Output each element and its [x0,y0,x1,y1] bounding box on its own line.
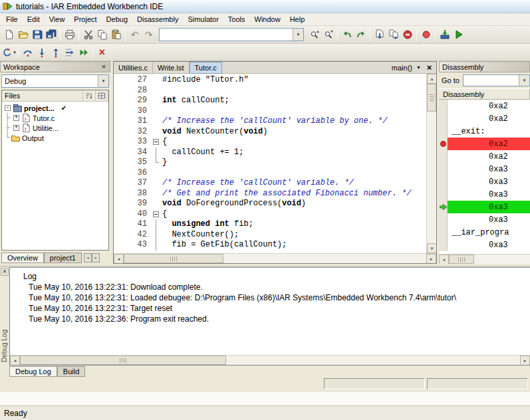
menu-item-edit[interactable]: Edit [23,14,45,25]
disassembly-caption[interactable]: Disassembly [439,61,530,72]
files-columns-button[interactable] [96,90,108,101]
disassembly-gutter[interactable] [439,175,448,188]
debug-without-downloading-button[interactable] [452,27,465,42]
code-line[interactable]: 33{ [114,137,426,148]
fold-marker[interactable] [152,137,161,148]
tree-expander[interactable]: + [13,115,19,121]
code-line[interactable]: 27#include "Tutor.h" [114,75,426,86]
stop-build-button[interactable] [400,27,414,42]
step-over-button[interactable] [21,45,35,60]
workspace-config-selector[interactable]: Debug ▾ [1,74,109,88]
goto-dropdown-button[interactable]: ▾ [519,75,529,86]
editor-vertical-scrollbar[interactable]: ▴ ▾ [426,74,436,253]
scroll-track[interactable] [223,254,426,263]
open-folder-button[interactable] [16,27,30,42]
fold-collapse-icon[interactable] [153,211,159,217]
navigate-forward-button[interactable] [354,27,368,42]
scroll-thumb[interactable] [427,84,436,112]
search-combobox-dropdown-button[interactable]: ▾ [293,29,303,41]
disassembly-row[interactable]: 0xa3 [439,175,530,188]
scroll-right-button[interactable]: ▸ [426,254,436,264]
scroll-thumb[interactable] [449,255,474,264]
tree-item-project[interactable]: -project...✔ [2,103,108,113]
code-line[interactable]: 30 [114,106,426,117]
code-line[interactable]: 38/* Get and print the associated Fibona… [114,189,426,199]
disassembly-column-header[interactable]: Disassembly [439,88,530,100]
workspace-close-button[interactable]: × [99,62,108,71]
disassembly-row[interactable]: 0xa3 [439,201,530,213]
editor-close-button[interactable]: × [425,63,434,72]
new-document-button[interactable] [2,27,16,42]
menu-item-help[interactable]: Help [285,14,310,25]
disassembly-gutter[interactable] [439,213,448,226]
log-tab-build[interactable]: Build [57,366,85,377]
workspace-config-dropdown-button[interactable]: ▾ [98,75,108,87]
editor-tab-write-lst[interactable]: Write.lst [153,62,190,73]
scroll-track[interactable] [427,112,436,243]
code-line[interactable]: 41 unsigned int fib; [114,219,426,230]
code-area[interactable]: 27#include "Tutor.h"2829int callCount;30… [114,74,426,253]
disassembly-gutter[interactable] [439,226,448,239]
print-button[interactable] [63,27,76,42]
menu-item-file[interactable]: File [1,14,23,25]
disassembly-gutter[interactable] [439,150,448,163]
workspace-tab-project1[interactable]: project1 [44,253,82,263]
code-line[interactable]: 32void NextCounter(void) [114,127,426,138]
scroll-left-button[interactable]: ◂ [10,356,20,366]
disassembly-row[interactable]: 0xa3 [439,213,530,226]
workspace-tab-overview[interactable]: Overview [1,253,44,263]
stop-debugging-button[interactable]: × [95,45,109,60]
scroll-thumb[interactable] [20,356,226,365]
code-line[interactable]: 35} [114,158,426,168]
tree-item-output[interactable]: └Output [2,133,108,143]
code-line[interactable]: 34 callCount += 1; [114,148,426,158]
tree-expander[interactable]: + [13,125,19,131]
scroll-left-button[interactable]: ◂ [439,255,449,264]
menu-item-view[interactable]: View [45,14,70,25]
scroll-down-button[interactable]: ▾ [427,243,436,253]
function-selector-dropdown-button[interactable]: ▼ [414,63,423,72]
menu-item-tools[interactable]: Tools [223,14,250,25]
toggle-breakpoint-button[interactable] [419,27,433,42]
code-line[interactable]: 39void DoForegroundProcess(void) [114,199,426,209]
log-tab-debug-log[interactable]: Debug Log [9,366,57,377]
scroll-thumb[interactable] [124,254,223,263]
disassembly-row[interactable]: 0xa3 [439,188,530,201]
code-line[interactable]: 28 [114,86,426,96]
save-button[interactable] [30,27,44,42]
undo-button[interactable]: ↶ [128,27,142,42]
workspace-caption[interactable]: Workspace × [0,61,110,72]
disassembly-gutter[interactable] [439,125,448,138]
menu-item-disassembly[interactable]: Disassembly [132,14,183,25]
disassembly-gutter[interactable] [439,188,448,201]
scroll-track[interactable] [474,255,530,264]
editor-tab-tutor-c[interactable]: Tutor.c [190,62,222,74]
editor-tab-utilities-c[interactable]: Utilities.c [114,62,153,73]
disassembly-row[interactable]: 0xa2 [439,100,530,112]
log-horizontal-scrollbar[interactable]: ◂ ▸ [10,355,530,365]
menu-item-window[interactable]: Window [250,14,285,25]
next-statement-button[interactable] [63,45,76,60]
disassembly-row[interactable]: 0xa2 [439,138,530,150]
titlebar[interactable]: tutorials - IAR Embedded Workbench IDE [0,0,530,13]
disassembly-gutter[interactable] [439,201,448,213]
find-next-button[interactable] [321,27,335,42]
files-sort-button[interactable] [83,90,96,101]
cut-button[interactable] [81,27,95,42]
code-line[interactable]: 42 NextCounter(); [114,230,426,241]
disassembly-row[interactable]: 0xa2 [439,112,530,125]
find-previous-button[interactable] [307,27,321,42]
search-combobox[interactable]: ▾ [159,28,304,41]
step-out-button[interactable] [49,45,63,60]
download-and-debug-button[interactable] [438,27,452,42]
goto-combobox[interactable]: ▾ [463,74,530,86]
code-line[interactable]: 29int callCount; [114,96,426,106]
tab-scroll-left-button[interactable]: ◂ [84,253,92,262]
function-selector[interactable]: main() [392,64,412,72]
scroll-track[interactable] [226,356,520,365]
log-close-button[interactable]: × [1,268,9,276]
disassembly-row[interactable]: 0xa3 [439,163,530,175]
tab-scroll-right-button[interactable]: ▸ [92,253,100,262]
disassembly-row[interactable]: __iar_progra [439,226,530,239]
tree-expander[interactable]: - [5,105,11,111]
